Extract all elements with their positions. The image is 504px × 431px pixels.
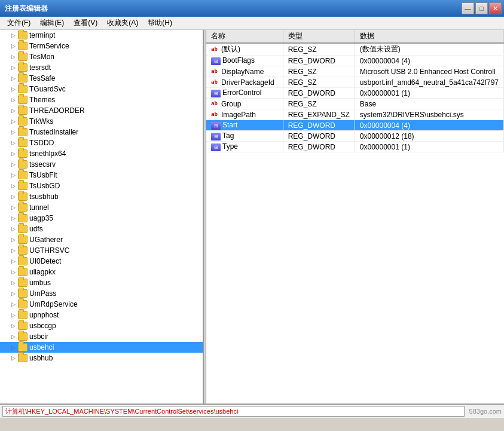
- tree-expand-icon[interactable]: ▷: [10, 85, 17, 93]
- tree-item-label: upnphost: [29, 311, 59, 319]
- tree-item[interactable]: ▷tsusbhub: [0, 191, 203, 202]
- tree-item[interactable]: ▷uagp35: [0, 213, 203, 224]
- tree-item[interactable]: ▷udfs: [0, 224, 203, 234]
- tree-item[interactable]: ▷TSDDD: [0, 137, 203, 148]
- tree-expand-icon[interactable]: ▷: [10, 107, 17, 114]
- folder-icon: [18, 31, 28, 39]
- tree-expand-icon[interactable]: ▷: [10, 139, 17, 146]
- tree-expand-icon[interactable]: ▷: [10, 182, 17, 189]
- tree-item[interactable]: ▷tsnethlpx64: [0, 148, 203, 159]
- tree-expand-icon[interactable]: ▷: [10, 53, 17, 60]
- tree-item[interactable]: ▷usbcir: [0, 331, 203, 342]
- tree-expand-icon[interactable]: ▷: [10, 32, 17, 39]
- tree-expand-icon[interactable]: ▷: [10, 247, 17, 254]
- menu-view[interactable]: 查看(V): [69, 17, 102, 29]
- table-row[interactable]: ⊞StartREG_DWORD0x00000004 (4): [206, 120, 504, 131]
- tree-expand-icon[interactable]: ▷: [10, 172, 17, 179]
- minimize-button[interactable]: —: [462, 2, 474, 14]
- tree-expand-icon[interactable]: ▷: [10, 333, 17, 340]
- folder-icon: [18, 42, 28, 50]
- tree-expand-icon[interactable]: ▷: [10, 150, 17, 157]
- tree-expand-icon[interactable]: ▷: [10, 161, 17, 168]
- folder-icon: [18, 171, 28, 179]
- tree-expand-icon[interactable]: ▷: [10, 225, 17, 233]
- menu-favorites[interactable]: 收藏夹(A): [102, 17, 143, 29]
- table-row[interactable]: abGroupREG_SZBase: [206, 99, 504, 109]
- tree-item[interactable]: ▷tunnel: [0, 202, 203, 213]
- table-row[interactable]: ab(默认)REG_SZ(数值未设置): [206, 43, 504, 56]
- table-row[interactable]: ⊞BootFlagsREG_DWORD0x00000004 (4): [206, 56, 504, 66]
- table-row[interactable]: ⊞TypeREG_DWORD0x00000001 (1): [206, 142, 504, 152]
- tree-expand-icon[interactable]: ▷: [10, 64, 17, 71]
- tree-item[interactable]: ▷TsUsbFlt: [0, 170, 203, 181]
- tree-item[interactable]: ▷THREADORDER: [0, 105, 203, 116]
- tree-item[interactable]: ▷UmRdpService: [0, 299, 203, 310]
- maximize-button[interactable]: □: [475, 2, 488, 14]
- tree-expand-icon[interactable]: ▷: [10, 193, 17, 200]
- tree-item[interactable]: ▷UI0Detect: [0, 256, 203, 267]
- table-row[interactable]: abDisplayNameREG_SZMicrosoft USB 2.0 Enh…: [206, 66, 504, 77]
- tree-panel: ▷terminpt▷TermService▷TesMon▷tesrsdt▷Tes…: [0, 30, 203, 404]
- menu-file[interactable]: 文件(F): [2, 17, 35, 29]
- tree-item[interactable]: ▷UGTHRSVC: [0, 245, 203, 256]
- ab-icon: ab: [211, 100, 219, 108]
- tree-expand-icon[interactable]: ▷: [10, 129, 17, 136]
- tree-item[interactable]: ▷TsUsbGD: [0, 181, 203, 191]
- cell-name: ⊞Type: [206, 142, 283, 152]
- tree-expand-icon[interactable]: ▷: [10, 279, 17, 286]
- tree-item-label: TsUsbGD: [29, 182, 60, 190]
- title-bar: 注册表编辑器 — □ ✕: [0, 0, 504, 17]
- tree-expand-icon[interactable]: ▷: [10, 75, 17, 82]
- tree-expand-icon[interactable]: ▷: [10, 204, 17, 211]
- tree-item[interactable]: ▷umbus: [0, 277, 203, 288]
- tree-expand-icon[interactable]: ▷: [10, 258, 17, 265]
- tree-item[interactable]: ▷tssecsrv: [0, 159, 203, 170]
- tree-item[interactable]: ▷tesrsdt: [0, 62, 203, 73]
- tree-scroll[interactable]: ▷terminpt▷TermService▷TesMon▷tesrsdt▷Tes…: [0, 30, 203, 404]
- table-row[interactable]: ⊞TagREG_DWORD0x00000012 (18): [206, 131, 504, 142]
- tree-expand-icon[interactable]: ▷: [10, 290, 17, 297]
- tree-item[interactable]: ▷upnphost: [0, 310, 203, 320]
- tree-item[interactable]: ▷UGatherer: [0, 234, 203, 245]
- tree-item[interactable]: ▷TesSafe: [0, 73, 203, 84]
- tree-expand-icon[interactable]: ▷: [10, 354, 17, 362]
- folder-icon: [18, 246, 28, 255]
- tree-expand-icon[interactable]: ▷: [10, 96, 17, 103]
- tree-item[interactable]: ▷TermService: [0, 41, 203, 51]
- tree-item[interactable]: ▷uliagpkx: [0, 267, 203, 277]
- col-name: 名称: [206, 30, 283, 43]
- menu-help[interactable]: 帮助(H): [143, 17, 177, 29]
- tree-item-label: TrustedInstaller: [29, 128, 78, 136]
- main-container: ▷terminpt▷TermService▷TesMon▷tesrsdt▷Tes…: [0, 30, 504, 404]
- folder-icon: [18, 74, 28, 82]
- folder-icon: [18, 53, 28, 61]
- tree-item[interactable]: ▷TrustedInstaller: [0, 127, 203, 137]
- tree-item[interactable]: ▷UmPass: [0, 288, 203, 299]
- tree-expand-icon[interactable]: ▷: [10, 322, 17, 329]
- tree-expand-icon[interactable]: ▷: [10, 311, 17, 319]
- tree-expand-icon[interactable]: ▷: [10, 118, 17, 125]
- table-row[interactable]: abDriverPackageIdREG_SZusbport.inf_amd64…: [206, 77, 504, 88]
- tree-expand-icon[interactable]: ▷: [10, 215, 17, 222]
- tree-item[interactable]: ▷TrkWks: [0, 116, 203, 127]
- table-row[interactable]: ⊞ErrorControlREG_DWORD0x00000001 (1): [206, 88, 504, 99]
- tree-expand-icon[interactable]: ▷: [10, 268, 17, 276]
- tree-item[interactable]: ▷Themes: [0, 94, 203, 105]
- table-row[interactable]: abImagePathREG_EXPAND_SZsystem32\DRIVERS…: [206, 109, 504, 120]
- close-button[interactable]: ✕: [489, 2, 502, 14]
- tree-item[interactable]: ▷usbehci: [0, 342, 203, 353]
- dword-icon: ⊞: [211, 57, 221, 65]
- tree-item[interactable]: ▷usbhub: [0, 353, 203, 363]
- folder-icon: [18, 354, 28, 362]
- tree-item[interactable]: ▷TGuardSvc: [0, 84, 203, 94]
- tree-expand-icon[interactable]: ▷: [10, 42, 17, 50]
- tree-item[interactable]: ▷TesMon: [0, 51, 203, 62]
- value-table[interactable]: 名称 类型 数据 ab(默认)REG_SZ(数值未设置)⊞BootFlagsRE…: [206, 30, 504, 404]
- menu-edit[interactable]: 编辑(E): [35, 17, 69, 29]
- tree-expand-icon[interactable]: ▷: [10, 301, 17, 308]
- tree-item[interactable]: ▷usbccgp: [0, 320, 203, 331]
- tree-expand-icon[interactable]: ▷: [10, 236, 17, 243]
- tree-item-label: usbehci: [29, 343, 54, 351]
- tree-item[interactable]: ▷terminpt: [0, 30, 203, 41]
- tree-expand-icon[interactable]: ▷: [10, 344, 17, 351]
